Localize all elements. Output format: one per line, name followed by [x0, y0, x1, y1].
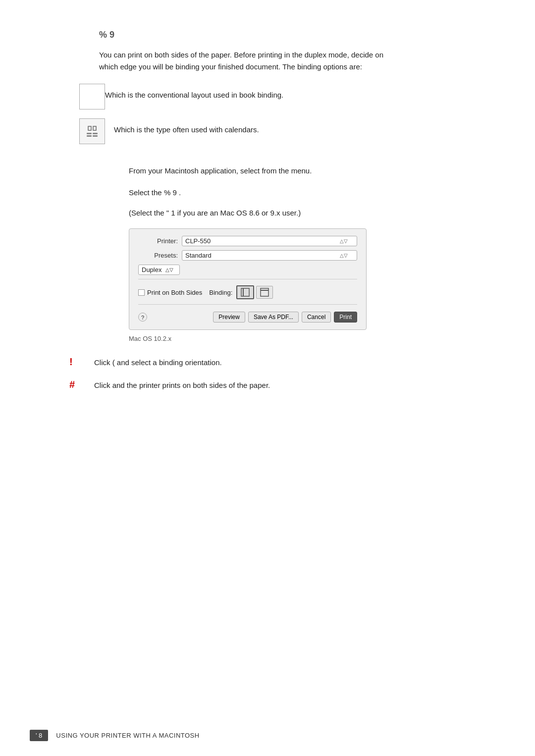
help-button[interactable]: ?: [138, 313, 147, 322]
dialog-bottom-row: ? Preview Save As PDF... Cancel Print: [138, 308, 357, 323]
print-both-checkbox[interactable]: [138, 289, 145, 296]
binding-short-edge-icon: [260, 288, 269, 297]
footer-badge: ' 8: [30, 730, 48, 741]
step-2-marker: #: [69, 379, 89, 390]
calendar-binding-text: Which is the type often used with calend…: [114, 118, 259, 134]
printer-select[interactable]: CLP-550 △▽: [182, 236, 357, 246]
from-text: From your Macintosh application, select …: [129, 165, 436, 177]
dialog-printer-row: Printer: CLP-550 △▽: [138, 236, 357, 246]
step-1: ! Click ( and select a binding orientati…: [40, 356, 495, 369]
select-text-section: Select the % 9 . (Select the " 1 if you …: [40, 186, 436, 219]
book-binding-text: Which is the conventional layout used in…: [105, 84, 283, 99]
dialog-divider: [138, 304, 357, 305]
print-button[interactable]: Print: [334, 312, 357, 323]
page-heading: % 9: [40, 30, 495, 40]
preview-button[interactable]: Preview: [213, 312, 245, 323]
binding-label: Binding:: [209, 289, 232, 296]
presets-label: Presets:: [138, 252, 178, 259]
presets-value: Standard: [185, 252, 212, 259]
svg-rect-2: [261, 288, 268, 296]
calendar-binding-icon: [79, 118, 105, 144]
page: % 9 You can print on both sides of the p…: [0, 0, 535, 756]
binding-option-1: Which is the conventional layout used in…: [40, 84, 495, 109]
book-binding-icon: [79, 84, 105, 109]
duplex-select[interactable]: Duplex △▽: [138, 265, 180, 275]
intro-text: You can print on both sides of the paper…: [99, 51, 383, 71]
print-both-label: Print on Both Sides: [147, 289, 202, 296]
select-text-2: (Select the " 1 if you are an Mac OS 8.6…: [129, 206, 436, 219]
presets-select[interactable]: Standard △▽: [182, 250, 357, 261]
presets-arrow-icon: △▽: [340, 253, 348, 258]
save-as-pdf-button[interactable]: Save As PDF...: [248, 312, 299, 323]
from-text-section: From your Macintosh application, select …: [40, 165, 436, 177]
step-2-text: Click and the printer prints on both sid…: [94, 379, 270, 392]
dialog-presets-row: Presets: Standard △▽: [138, 250, 357, 261]
intro-paragraph: You can print on both sides of the paper…: [40, 49, 396, 73]
print-dialog: Printer: CLP-550 △▽ Presets: Standard △▽…: [129, 228, 367, 330]
step-2: # Click and the printer prints on both s…: [40, 379, 495, 392]
mac-version-text: Mac OS 10.2.x: [129, 335, 495, 342]
binding-option-2: Which is the type often used with calend…: [40, 118, 495, 144]
printer-value: CLP-550: [185, 237, 211, 245]
printer-label: Printer:: [138, 237, 178, 245]
footer: ' 8 Using Your Printer with a Macintosh: [0, 730, 535, 741]
step-1-marker: !: [69, 356, 89, 368]
binding-long-edge-icon: [241, 288, 250, 297]
svg-rect-0: [241, 288, 249, 296]
duplex-label: Duplex: [142, 266, 161, 273]
cancel-button[interactable]: Cancel: [302, 312, 331, 323]
select-text-1: Select the % 9 .: [129, 186, 436, 199]
duplex-arrow-icon: △▽: [165, 267, 173, 272]
printer-arrow-icon: △▽: [340, 238, 348, 244]
heading-text: % 9: [99, 30, 114, 40]
binding-long-edge-btn[interactable]: [236, 285, 254, 299]
dialog-print-both-row: Print on Both Sides Binding:: [138, 283, 357, 299]
step-1-text: Click ( and select a binding orientation…: [94, 356, 222, 369]
binding-short-edge-btn[interactable]: [256, 286, 273, 299]
footer-text: Using Your Printer with a Macintosh: [56, 732, 199, 739]
dialog-duplex-row: Duplex △▽: [138, 265, 357, 279]
